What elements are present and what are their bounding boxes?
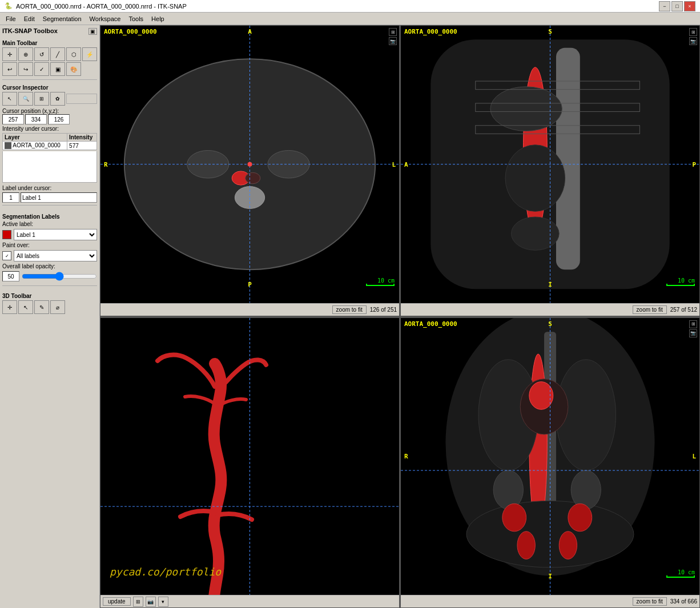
menu-tools[interactable]: Tools <box>125 14 147 23</box>
divider1 <box>2 79 97 80</box>
3d-tool-4[interactable]: ⌀ <box>50 300 65 314</box>
paint-over-row: Paint over: <box>2 242 97 248</box>
coronal-scale-label: 10 cm <box>678 569 695 575</box>
coronal-statusbar: zoom to fit 334 of 666 <box>401 595 699 607</box>
coronal-canvas[interactable]: AORTA_000_0000 S R L I 10 cm ⊞ 📷 <box>401 318 699 595</box>
cursor-tool-3[interactable]: ⊞ <box>34 92 49 106</box>
menu-help[interactable]: Help <box>148 14 168 23</box>
seg-labels-title: Segmentation Labels <box>2 214 97 220</box>
cursor-pos-row <box>2 114 97 124</box>
divider2 <box>2 205 97 206</box>
3d-tool-1[interactable]: ✛ <box>2 300 17 314</box>
threed-svg <box>100 318 399 595</box>
toolbox-float-button[interactable]: ▣ <box>88 28 97 35</box>
cursor-x-input[interactable] <box>2 114 24 124</box>
sagittal-canvas[interactable]: AORTA_000_0000 S A P I 10 cm ⊞ 📷 <box>401 26 699 303</box>
opacity-slider[interactable] <box>22 272 97 280</box>
axial-orient-top: A <box>248 28 252 35</box>
coronal-label: AORTA_000_0000 <box>404 320 457 328</box>
svg-point-35 <box>502 504 526 532</box>
axial-svg <box>100 26 399 303</box>
cursor-tool-4[interactable]: ✿ <box>50 92 65 106</box>
label-name-input[interactable] <box>21 192 97 203</box>
sagittal-scale-bar: 10 cm <box>666 277 695 286</box>
sagittal-corner-icon-1[interactable]: ⊞ <box>689 28 697 36</box>
axial-canvas[interactable]: AORTA_000_0000 A R L P 10 cm ⊞ 📷 <box>100 26 399 303</box>
threed-icon-btn-2[interactable]: 📷 <box>146 597 156 607</box>
toolbox-title: ITK-SNAP Toolbox <box>2 27 58 34</box>
cursor-inspector-title: Cursor Inspector <box>2 84 97 91</box>
cursor-z-input[interactable] <box>48 114 70 124</box>
coronal-viewport: AORTA_000_0000 S R L I 10 cm ⊞ 📷 zoom <box>400 317 700 609</box>
col-intensity: Intensity <box>67 134 97 142</box>
axial-scale-label: 10 cm <box>377 277 395 284</box>
axial-orient-right: L <box>392 160 396 168</box>
menu-segmentation[interactable]: Segmentation <box>39 14 85 23</box>
polygon-tool-btn[interactable]: ⬡ <box>66 47 81 61</box>
snake-tool-btn[interactable]: ⚡ <box>82 47 97 61</box>
top-viewport-row: AORTA_000_0000 A R L P 10 cm ⊞ 📷 zoom <box>100 25 700 317</box>
menu-file[interactable]: File <box>2 14 19 23</box>
3d-tool-2[interactable]: ↖ <box>18 300 33 314</box>
label-under-cursor-label: Label under cursor: <box>2 185 97 191</box>
segmentation-labels-section: Segmentation Labels Active label: Label … <box>2 211 97 283</box>
cursor-y-input[interactable] <box>25 114 47 124</box>
sagittal-scale-label: 10 cm <box>678 277 695 284</box>
paint-over-dropdown[interactable]: All labels <box>14 250 97 261</box>
3d-tool-3[interactable]: ✎ <box>34 300 49 314</box>
layer-name-text: AORTA_000_0000 <box>13 142 61 148</box>
layer-name-cell: AORTA_000_0000 <box>3 142 67 150</box>
maximize-button[interactable]: □ <box>671 1 683 11</box>
sagittal-zoom-btn[interactable]: zoom to fit <box>633 305 667 314</box>
coronal-corner-icon-1[interactable]: ⊞ <box>689 320 697 328</box>
bottom-viewport-row: pycad.co/portfolio update ⊞ 📷 ▾ <box>100 317 700 609</box>
titlebar-controls[interactable]: − □ × <box>659 1 695 11</box>
menu-edit[interactable]: Edit <box>21 14 38 23</box>
close-button[interactable]: × <box>684 1 695 11</box>
main-toolbar-row1: ✛ ⊕ ↺ ╱ ⬡ ⚡ <box>2 47 97 61</box>
toolbox-panel: ITK-SNAP Toolbox ▣ Main Toolbar ✛ ⊕ ↺ ╱ … <box>0 25 100 608</box>
opacity-text: Overall label opacity: <box>2 263 55 269</box>
sagittal-orient-top: S <box>548 28 552 35</box>
paint-over-select-row: ✓ All labels <box>2 250 97 261</box>
coronal-orient-bottom: I <box>548 573 552 580</box>
threed-canvas[interactable]: pycad.co/portfolio <box>100 318 399 595</box>
label-num-input[interactable] <box>2 192 19 203</box>
sagittal-orient-right: P <box>692 160 696 168</box>
active-label-dropdown[interactable]: Label 1 <box>14 229 97 240</box>
threed-update-btn[interactable]: update <box>103 597 131 606</box>
menu-workspace[interactable]: Workspace <box>86 14 124 23</box>
opacity-input[interactable] <box>2 271 19 281</box>
accept-btn[interactable]: ✓ <box>34 62 49 76</box>
crosshair-tool-btn[interactable]: ✛ <box>2 47 17 61</box>
clear-btn[interactable]: ▣ <box>50 62 65 76</box>
menubar: File Edit Segmentation Workspace Tools H… <box>0 13 700 25</box>
cursor-tool-2[interactable]: 🔍 <box>18 92 33 106</box>
zoom-tool-btn[interactable]: ⊕ <box>18 47 33 61</box>
axial-corner-icon-2[interactable]: 📷 <box>389 37 397 45</box>
paint-over-text: Paint over: <box>2 242 37 248</box>
watermark-text: pycad.co/portfolio <box>110 566 221 578</box>
svg-point-9 <box>248 162 252 167</box>
axial-zoom-btn[interactable]: zoom to fit <box>332 305 367 314</box>
paint-tool-btn[interactable]: ╱ <box>50 47 65 61</box>
coronal-zoom-btn[interactable]: zoom to fit <box>633 597 667 606</box>
threed-icon-btn-1[interactable]: ⊞ <box>133 597 143 607</box>
sagittal-viewport: AORTA_000_0000 S A P I 10 cm ⊞ 📷 zoom <box>400 25 700 316</box>
rotate-tool-btn[interactable]: ↺ <box>34 47 49 61</box>
opacity-row: Overall label opacity: <box>2 263 97 269</box>
sagittal-corner-icon-2[interactable]: 📷 <box>689 37 697 45</box>
minimize-button[interactable]: − <box>659 1 670 11</box>
svg-point-36 <box>571 470 601 509</box>
cursor-tool-1[interactable]: ↖ <box>2 92 17 106</box>
threed-icon-btn-3[interactable]: ▾ <box>158 597 168 607</box>
main-toolbar-label: Main Toolbar <box>2 40 97 46</box>
sagittal-scale-line <box>666 284 695 286</box>
sagittal-orient-bottom: I <box>548 281 552 288</box>
undo-btn[interactable]: ↩ <box>2 62 17 76</box>
sagittal-slice-info: 257 of 512 <box>670 307 697 313</box>
axial-corner-icon-1[interactable]: ⊞ <box>389 28 397 36</box>
coronal-corner-icon-2[interactable]: 📷 <box>689 329 697 337</box>
color-btn[interactable]: 🎨 <box>66 62 81 76</box>
redo-btn[interactable]: ↪ <box>18 62 33 76</box>
